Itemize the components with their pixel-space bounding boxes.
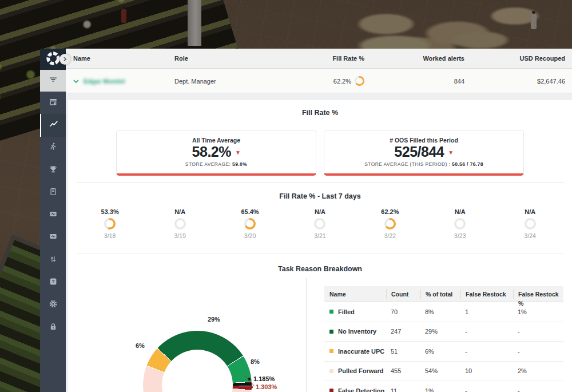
- fill-rate-gauge-icon: [355, 76, 364, 86]
- day-date: 3/23: [454, 232, 466, 239]
- pie-label: 6%: [136, 342, 145, 349]
- store-average-label: STORE AVERAGE:: [185, 161, 231, 167]
- reason-name: Pulled Forward: [338, 367, 383, 374]
- day-percent: 62.2%: [381, 208, 399, 215]
- chevron-right-icon: [62, 55, 67, 64]
- column-header-usd-recouped[interactable]: USD Recouped: [464, 55, 572, 62]
- pie-label: 8%: [251, 358, 260, 365]
- reason-false-restock-pct: -: [513, 348, 563, 355]
- task-reason-table-header: Name Count % of total False Restock Fals…: [324, 286, 563, 302]
- store-average-value: 50.56 / 76.78: [452, 161, 483, 167]
- aperture-logo-icon: [45, 50, 61, 69]
- store-average-label: STORE AVERAGE (THIS PERIOD) :: [364, 161, 450, 167]
- table-row: Inaccurate UPC 51 6% - -: [324, 342, 563, 362]
- task-reason-table: Name Count % of total False Restock Fals…: [324, 286, 563, 392]
- column-header-fill-rate[interactable]: Fill Rate %: [289, 55, 364, 62]
- task-reason-donut-ring: [143, 331, 252, 392]
- day-gauge: N/A 3/19: [145, 208, 214, 239]
- oos-filled-card: # OOS Filled this Period 525/844 ▼ STORE…: [324, 130, 524, 176]
- table-row: No Inventory 247 29% - -: [324, 322, 563, 342]
- column-header-count: Count: [386, 290, 420, 299]
- day-gauge: N/A 3/24: [495, 208, 565, 239]
- sort-arrows-icon: [49, 255, 58, 266]
- employee-detail-panel: Fill Rate % All Time Average 58.2% ▼ STO…: [68, 100, 572, 392]
- sidebar-item-filter[interactable]: [40, 70, 66, 92]
- monitor-pulse-icon: [49, 209, 58, 221]
- day-gauge-ring: [104, 218, 116, 229]
- reason-count: 51: [386, 348, 420, 355]
- column-header-role[interactable]: Role: [174, 55, 289, 62]
- day-percent: 65.4%: [241, 208, 259, 215]
- sidebar-expand-button[interactable]: [59, 54, 70, 65]
- sidebar-item-leaderboard[interactable]: [40, 159, 66, 181]
- line-chart-icon: [49, 120, 58, 131]
- help-icon: ?: [49, 277, 58, 288]
- day-date: 3/18: [104, 232, 116, 239]
- main-content: Name Role Fill Rate % Worked alerts USD …: [66, 49, 572, 392]
- day-gauge: 53.3% 3/18: [75, 208, 145, 239]
- card-value: 58.2%: [192, 144, 231, 160]
- section-divider: [76, 182, 565, 183]
- sidebar-item-sort[interactable]: [40, 249, 66, 271]
- day-date: 3/19: [174, 232, 185, 239]
- reason-pct: 8%: [420, 308, 460, 315]
- day-percent: N/A: [315, 208, 325, 215]
- sidebar-item-dashboard[interactable]: [40, 204, 66, 226]
- trend-down-icon: ▼: [448, 149, 453, 156]
- reason-false-restock-pct: 2%: [513, 367, 563, 374]
- sidebar-item-settings[interactable]: [40, 294, 66, 316]
- sidebar-item-dashboard-alt[interactable]: [40, 227, 66, 249]
- trophy-icon: [49, 165, 58, 176]
- sidebar-item-analytics[interactable]: [40, 114, 66, 136]
- day-gauge-ring: [174, 218, 186, 229]
- column-header-pct: % of total: [420, 290, 460, 299]
- legend-swatch: [329, 310, 333, 314]
- task-reason-breakdown: 29% 6% 8% 1.185% 1.303% Name: [68, 272, 572, 392]
- table-row: False Detection 11 1% - -: [324, 381, 563, 392]
- donut-hole: [162, 350, 233, 392]
- day-percent: N/A: [525, 208, 535, 215]
- kiosk-icon: [49, 187, 58, 199]
- sidebar-item-store[interactable]: [40, 92, 66, 114]
- legend-swatch: [329, 349, 333, 353]
- gear-icon: [49, 299, 58, 311]
- reason-pct: 29%: [420, 328, 460, 335]
- column-header-false-restock-pct: False Restock %: [513, 290, 563, 299]
- filter-icon: [49, 75, 58, 86]
- day-gauge: 62.2% 3/22: [355, 208, 425, 239]
- employee-role: Dept. Manager: [174, 78, 289, 85]
- reason-name: Inaccurate UPC: [338, 348, 384, 355]
- callout-label: 1.303%: [256, 383, 277, 390]
- reason-pct: 54%: [420, 367, 460, 374]
- roster-table-row[interactable]: Edgar Montiel Dept. Manager 62.2% 844 $2…: [66, 69, 572, 93]
- day-gauge-ring: [314, 218, 325, 229]
- day-percent: N/A: [455, 208, 466, 215]
- card-title: # OOS Filled this Period: [324, 137, 523, 144]
- reason-false-restock: 1: [460, 308, 513, 315]
- section-divider: [76, 254, 565, 254]
- reason-pct: 6%: [420, 348, 460, 355]
- reason-false-restock-pct: 1%: [513, 308, 563, 315]
- reason-false-restock: -: [460, 387, 513, 392]
- vertical-divider: [306, 278, 307, 392]
- column-header-name[interactable]: Name: [66, 55, 174, 62]
- sidebar-item-kiosk[interactable]: [40, 181, 66, 204]
- card-title: All Time Average: [117, 137, 316, 144]
- day-gauge-ring: [525, 218, 536, 229]
- day-date: 3/24: [525, 232, 536, 239]
- day-gauge-ring: [384, 218, 396, 229]
- column-header-worked-alerts[interactable]: Worked alerts: [364, 55, 464, 62]
- sidebar-item-lock[interactable]: [40, 316, 66, 339]
- employee-name: Edgar Montiel: [84, 78, 125, 85]
- fill-rate-section-title: Fill Rate %: [68, 109, 572, 117]
- lock-icon: [49, 322, 58, 334]
- sidebar-item-help[interactable]: ?: [40, 271, 66, 294]
- card-value: 525/844: [394, 144, 444, 160]
- reason-false-restock-pct: -: [513, 387, 563, 392]
- sidebar-item-activity[interactable]: [40, 137, 66, 159]
- all-time-average-card: All Time Average 58.2% ▼ STORE AVERAGE: …: [116, 130, 316, 176]
- day-date: 3/22: [384, 232, 396, 239]
- reason-pct: 1%: [420, 387, 460, 392]
- day-percent: N/A: [174, 208, 185, 215]
- trend-down-icon: ▼: [235, 149, 240, 156]
